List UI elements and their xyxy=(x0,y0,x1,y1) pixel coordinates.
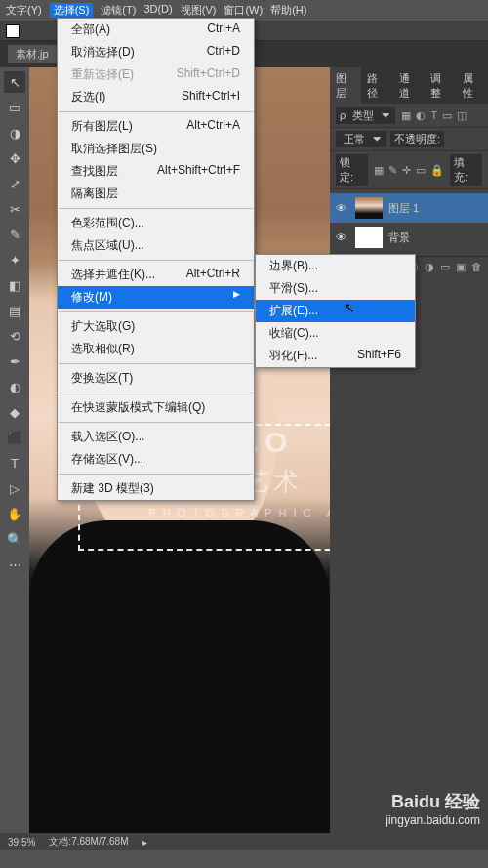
menu-item[interactable]: 全部(A)Ctrl+A xyxy=(58,19,254,41)
path-tool[interactable]: ▷ xyxy=(4,477,25,499)
menu-item[interactable]: 新建 3D 模型(3) xyxy=(58,477,254,500)
blend-mode-select[interactable]: 正常 ⏷ xyxy=(336,131,386,147)
layer-thumbnail[interactable] xyxy=(355,227,383,248)
modify-submenu-dropdown: 边界(B)...平滑(S)...扩展(E)...收缩(C)...羽化(F)...… xyxy=(255,254,416,368)
menu-item[interactable]: 取消选择图层(S) xyxy=(58,138,254,160)
stamp-tool[interactable]: ▤ xyxy=(4,300,25,321)
baidu-watermark: Baidu 经验 jingyan.baidu.com xyxy=(386,791,480,829)
slice-tool[interactable]: ✂ xyxy=(4,198,25,220)
menu-type[interactable]: 文字(Y) xyxy=(6,3,42,18)
tab-channels[interactable]: 通道 xyxy=(393,67,425,104)
menu-item[interactable]: 色彩范围(C)... xyxy=(58,212,254,234)
clothing-region xyxy=(29,520,330,848)
menu-item[interactable]: 在快速蒙版模式下编辑(Q) xyxy=(58,396,254,419)
zoom-tool[interactable]: 🔍 xyxy=(4,528,25,550)
menu-item[interactable]: 选择并遮住(K)...Alt+Ctrl+R xyxy=(58,264,254,286)
visibility-icon[interactable]: 👁 xyxy=(336,231,349,243)
marquee-tool[interactable]: ▭ xyxy=(4,97,25,118)
swatch-icon[interactable] xyxy=(6,24,20,38)
type-tool[interactable]: T xyxy=(4,452,25,474)
lock-artboard-icon: ▭ xyxy=(414,164,427,177)
menu-window[interactable]: 窗口(W) xyxy=(224,3,263,18)
adj-filter-icon: ◐ xyxy=(414,109,427,122)
submenu-item[interactable]: 平滑(S)... xyxy=(256,277,415,300)
menu-item[interactable]: 取消选择(D)Ctrl+D xyxy=(58,41,254,63)
shape-filter-icon: ▭ xyxy=(440,109,454,122)
blur-tool[interactable]: ◆ xyxy=(4,401,25,423)
move-tool[interactable]: ↖ xyxy=(4,71,25,93)
baidu-brand: Baidu 经验 xyxy=(386,791,480,813)
tab-layers[interactable]: 图层 xyxy=(330,67,361,104)
dodge-tool[interactable]: ⬛ xyxy=(4,427,25,448)
lock-all-icon: 🔒 xyxy=(428,164,446,177)
doc-size: 文档:7.68M/7.68M xyxy=(49,835,128,848)
layer-kind-filter[interactable]: ρ 类型 ⏷ xyxy=(336,107,395,124)
img-filter-icon: ▦ xyxy=(399,109,413,122)
status-bar: 39.5% 文档:7.68M/7.68M ▸ xyxy=(0,833,488,850)
submenu-item[interactable]: 收缩(C)... xyxy=(256,322,415,345)
layer-row[interactable]: 👁 图层 1 xyxy=(330,193,488,223)
submenu-item[interactable]: 边界(B)... xyxy=(256,255,415,277)
lasso-tool[interactable]: ◑ xyxy=(4,122,25,144)
layer-thumbnail[interactable] xyxy=(355,197,383,219)
status-arrow-icon[interactable]: ▸ xyxy=(142,837,147,847)
tool-palette: ↖ ▭ ◑ ✥ ⤢ ✂ ✎ ✦ ◧ ▤ ⟲ ✒ ◐ ◆ ⬛ T ▷ ✋ 🔍 ⋯ xyxy=(0,67,29,848)
watermark-line3: PHOTOGRAPHIC ART xyxy=(80,499,330,518)
tool-overflow[interactable]: ⋯ xyxy=(4,554,25,575)
lock-label: 锁定: xyxy=(336,154,368,186)
panel-dock: 图层 路径 通道 调整 属性 ρ 类型 ⏷ ▦◐T▭◫ 正常 ⏷ 不透明度: 锁… xyxy=(330,67,488,848)
tab-adjust[interactable]: 调整 xyxy=(425,67,456,104)
new-layer-icon[interactable]: ▣ xyxy=(456,261,466,273)
menu-filter[interactable]: 滤镜(T) xyxy=(101,3,136,18)
menu-item[interactable]: 所有图层(L)Alt+Ctrl+A xyxy=(58,115,254,138)
history-brush-tool[interactable]: ⟲ xyxy=(4,325,25,347)
menu-item[interactable]: 查找图层Alt+Shift+Ctrl+F xyxy=(58,160,254,183)
baidu-url: jingyan.baidu.com xyxy=(386,813,480,829)
adjustment-icon[interactable]: ◑ xyxy=(425,261,434,273)
menu-item[interactable]: 变换选区(T) xyxy=(58,367,254,390)
brush-tool[interactable]: ◧ xyxy=(4,274,25,296)
lock-icons[interactable]: ▦✎✛▭🔒 xyxy=(372,164,446,177)
layer-list: 👁 图层 1 👁 背景 xyxy=(330,189,488,256)
visibility-icon[interactable]: 👁 xyxy=(336,202,349,214)
menu-item[interactable]: 反选(I)Shift+Ctrl+I xyxy=(58,86,254,108)
zoom-level[interactable]: 39.5% xyxy=(8,837,35,847)
menu-item: 重新选择(E)Shift+Ctrl+D xyxy=(58,63,254,86)
lock-transparency-icon: ▦ xyxy=(372,164,386,177)
gradient-tool[interactable]: ◐ xyxy=(4,376,25,397)
cursor-icon: ↖ xyxy=(344,300,355,315)
layer-row[interactable]: 👁 背景 xyxy=(330,223,488,252)
menu-item[interactable]: 隔离图层 xyxy=(58,183,254,205)
crop-tool[interactable]: ⤢ xyxy=(4,173,25,194)
menu-view[interactable]: 视图(V) xyxy=(181,3,217,18)
group-icon[interactable]: ▭ xyxy=(440,261,450,273)
type-filter-icon: T xyxy=(428,109,439,122)
layer-name[interactable]: 图层 1 xyxy=(388,201,419,216)
smart-filter-icon: ◫ xyxy=(455,109,468,122)
menu-item[interactable]: 载入选区(O)... xyxy=(58,426,254,448)
tab-props[interactable]: 属性 xyxy=(457,67,488,104)
filter-icons[interactable]: ▦◐T▭◫ xyxy=(399,109,468,122)
eyedropper-tool[interactable]: ✎ xyxy=(4,224,25,245)
layer-name[interactable]: 背景 xyxy=(388,230,410,245)
heal-tool[interactable]: ✦ xyxy=(4,249,25,270)
tab-paths[interactable]: 路径 xyxy=(361,67,392,104)
menu-select[interactable]: 选择(S) xyxy=(50,3,94,18)
menu-item[interactable]: 扩大选取(G) xyxy=(58,315,254,338)
trash-icon[interactable]: 🗑 xyxy=(471,261,482,273)
menu-help[interactable]: 帮助(H) xyxy=(270,3,306,18)
fill-label: 填充: xyxy=(450,154,482,186)
hand-tool[interactable]: ✋ xyxy=(4,503,25,524)
menu-item[interactable]: 存储选区(V)... xyxy=(58,448,254,471)
menu-item[interactable]: 选取相似(R) xyxy=(58,338,254,360)
eraser-tool[interactable]: ✒ xyxy=(4,351,25,372)
quick-select-tool[interactable]: ✥ xyxy=(4,147,25,169)
menu-3d[interactable]: 3D(D) xyxy=(143,3,172,18)
menu-item[interactable]: 修改(M) xyxy=(58,286,254,309)
submenu-item[interactable]: 扩展(E)... xyxy=(256,300,415,322)
submenu-item[interactable]: 羽化(F)...Shift+F6 xyxy=(256,345,415,367)
menu-item[interactable]: 焦点区域(U)... xyxy=(58,234,254,257)
lock-move-icon: ✛ xyxy=(400,164,413,177)
opacity-label: 不透明度: xyxy=(390,131,444,147)
document-tab[interactable]: 素材.jp xyxy=(8,45,57,63)
